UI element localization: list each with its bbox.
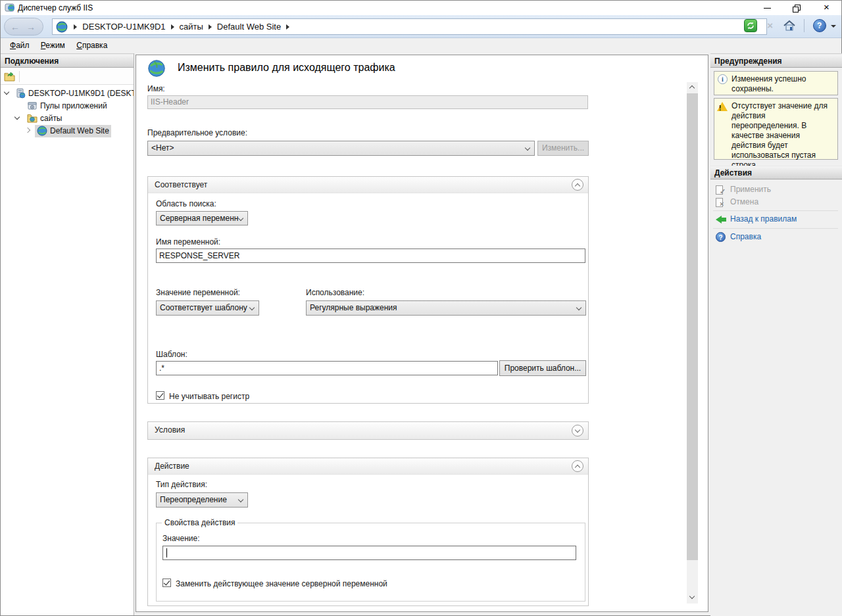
- chevron-up-icon: [575, 183, 580, 189]
- breadcrumb[interactable]: DESKTOP-U1MK9D1сайтыDefault Web Site: [52, 18, 767, 35]
- scrollbar-thumb[interactable]: [687, 93, 698, 560]
- chevron-down-icon: [576, 305, 582, 310]
- action-value-label: Значение:: [162, 534, 200, 543]
- iis-manager-window: Диспетчер служб IIS × ← → DESKTOP-U1MK9D…: [0, 0, 842, 616]
- chevron-down-icon: [575, 427, 580, 433]
- tree-item-server-label: DESKTOP-U1MK9D1 (DESKTO: [28, 89, 134, 98]
- warning-alert-text: Отсутствует значение для действия переоп…: [731, 101, 828, 170]
- connections-panel: Подключения DESKTOP-U1MK9D1 (DESKTO: [1, 53, 134, 615]
- app-pools-icon: [27, 101, 37, 111]
- tree-item-app-pools[interactable]: Пулы приложений: [1, 100, 134, 112]
- ignore-case-label: Не учитывать регистр: [169, 392, 249, 401]
- info-icon: i: [718, 74, 728, 84]
- back-icon[interactable]: ←: [11, 22, 20, 32]
- stop-icon: ×: [763, 18, 778, 33]
- create-connection-icon[interactable]: [4, 71, 16, 83]
- variable-value-select[interactable]: Соответствует шаблону: [156, 300, 259, 316]
- actions-separator: [713, 210, 838, 211]
- sites-folder-icon: [27, 113, 37, 124]
- pattern-label: Шаблон:: [156, 350, 187, 359]
- breadcrumb-default-web-site[interactable]: Default Web Site: [216, 19, 282, 34]
- chevron-up-icon: [575, 465, 580, 470]
- breadcrumb-sites[interactable]: сайты: [178, 19, 205, 34]
- restore-button[interactable]: [782, 1, 812, 15]
- home-button[interactable]: [782, 18, 797, 33]
- back-arrow-icon: [716, 216, 722, 224]
- help-button[interactable]: ?: [812, 18, 827, 33]
- actions-separator: [713, 228, 838, 229]
- close-icon: ×: [824, 1, 830, 12]
- help-action[interactable]: ? Справка: [714, 231, 839, 243]
- breadcrumb-server[interactable]: DESKTOP-U1MK9D1: [81, 19, 166, 34]
- edit-precondition-button: Изменить...: [537, 141, 589, 156]
- menu-help[interactable]: Справка: [76, 41, 107, 50]
- chevron-right-icon[interactable]: [25, 128, 30, 133]
- scroll-down-button[interactable]: [687, 592, 698, 604]
- minimize-button[interactable]: [753, 1, 782, 15]
- restart-button[interactable]: [743, 18, 758, 33]
- action-value-input[interactable]: [162, 546, 576, 560]
- match-section: Соответствует Область поиска: Серверная …: [147, 176, 589, 404]
- collapse-match-button[interactable]: [572, 179, 583, 191]
- collapse-action-button[interactable]: [572, 460, 583, 472]
- action-section-header: Действие: [148, 458, 588, 475]
- site-globe-icon: [37, 126, 47, 136]
- info-alert-text: Изменения успешно сохранены.: [731, 74, 806, 93]
- warning-alert: ! Отсутствует значение для действия пере…: [714, 98, 838, 160]
- chevron-down-icon[interactable]: [4, 89, 9, 95]
- chevron-down-icon: [689, 594, 695, 599]
- scope-label: Область поиска:: [156, 199, 216, 208]
- menu-bar: Файл Режим Справка: [1, 38, 841, 53]
- forward-icon[interactable]: →: [26, 22, 36, 32]
- expand-conditions-button[interactable]: [572, 425, 583, 437]
- globe-icon: [56, 21, 68, 33]
- action-section: Действие Тип действия: Переопределение С…: [147, 458, 589, 606]
- text-caret: [166, 548, 167, 557]
- using-select[interactable]: Регулярные выражения: [306, 300, 586, 316]
- pattern-input[interactable]: .*: [156, 361, 498, 375]
- ignore-case-checkbox[interactable]: [156, 391, 164, 400]
- scope-select[interactable]: Серверная переменн: [156, 211, 248, 225]
- action-type-label: Тип действия:: [156, 480, 207, 489]
- nav-buttons: ← →: [4, 18, 43, 36]
- server-icon: [15, 88, 26, 99]
- help-dropdown-caret[interactable]: [831, 25, 836, 28]
- apply-action: ✓ Применить: [714, 184, 839, 196]
- home-icon: [782, 18, 797, 33]
- connections-toolbar: [1, 69, 134, 85]
- tree-item-sites-label: сайты: [40, 114, 62, 123]
- chevron-down-icon: [249, 305, 255, 310]
- variable-name-label: Имя переменной:: [156, 237, 220, 247]
- back-to-rules-action[interactable]: Назад к правилам: [714, 214, 839, 225]
- menu-view[interactable]: Режим: [41, 41, 65, 50]
- window-title: Диспетчер служб IIS: [18, 3, 93, 12]
- page-globe-icon: [147, 59, 166, 78]
- replace-value-label: Заменить действующее значение серверной …: [176, 579, 387, 588]
- name-label: Имя:: [147, 84, 165, 93]
- back-to-rules-label: Назад к правилам: [730, 214, 797, 225]
- close-button[interactable]: ×: [812, 1, 841, 15]
- chevron-up-icon: [689, 85, 695, 91]
- stop-button: ×: [763, 18, 778, 33]
- menu-file[interactable]: Файл: [10, 41, 30, 50]
- action-type-select[interactable]: Переопределение: [156, 492, 248, 508]
- help-label: Справка: [730, 231, 761, 243]
- tree-item-sites[interactable]: сайты: [1, 112, 134, 125]
- replace-value-checkbox[interactable]: [162, 579, 171, 587]
- variable-name-input[interactable]: RESPONSE_SERVER: [156, 249, 585, 263]
- scroll-up-button[interactable]: [687, 82, 698, 93]
- using-label: Использование:: [306, 288, 364, 297]
- precondition-select[interactable]: <Нет>: [147, 141, 535, 156]
- tree-item-default-web-site[interactable]: Default Web Site: [1, 125, 134, 137]
- tree-item-app-pools-label: Пулы приложений: [40, 101, 107, 110]
- chevron-down-icon: [238, 216, 243, 221]
- chevron-down-icon[interactable]: [14, 114, 20, 120]
- test-pattern-button[interactable]: Проверить шаблон...: [499, 360, 586, 376]
- chevron-down-icon: [238, 497, 243, 502]
- cancel-action: × Отмена: [714, 197, 839, 208]
- tree-item-server[interactable]: DESKTOP-U1MK9D1 (DESKTO: [1, 87, 134, 100]
- info-alert: i Изменения успешно сохранены.: [714, 71, 838, 95]
- main-scrollbar[interactable]: [687, 82, 698, 604]
- alerts-header: Предупреждения: [710, 54, 842, 68]
- action-properties-legend: Свойства действия: [162, 518, 237, 527]
